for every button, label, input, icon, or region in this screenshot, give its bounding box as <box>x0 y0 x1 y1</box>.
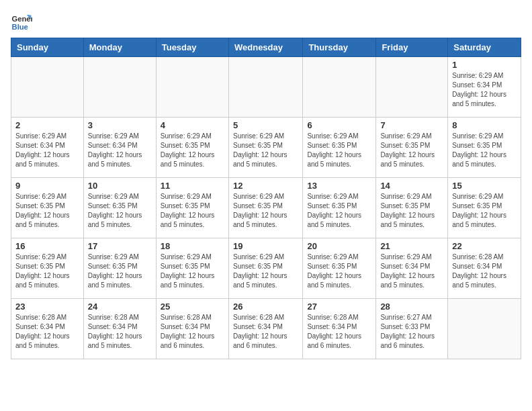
day-number: 1 <box>452 60 517 70</box>
week-row-3: 9Sunrise: 6:29 AM Sunset: 6:35 PM Daylig… <box>11 178 521 238</box>
day-info: Sunrise: 6:29 AM Sunset: 6:35 PM Dayligh… <box>380 192 443 230</box>
calendar-cell: 25Sunrise: 6:28 AM Sunset: 6:34 PM Dayli… <box>156 299 228 359</box>
day-info: Sunrise: 6:29 AM Sunset: 6:35 PM Dayligh… <box>161 132 224 169</box>
calendar-cell: 26Sunrise: 6:28 AM Sunset: 6:34 PM Dayli… <box>228 299 302 359</box>
week-row-2: 2Sunrise: 6:29 AM Sunset: 6:34 PM Daylig… <box>11 118 521 178</box>
day-number: 24 <box>88 302 152 312</box>
day-number: 21 <box>380 241 443 251</box>
calendar-cell <box>448 299 521 359</box>
day-info: Sunrise: 6:29 AM Sunset: 6:35 PM Dayligh… <box>161 253 224 290</box>
day-header-thursday: Thursday <box>303 38 376 57</box>
day-info: Sunrise: 6:29 AM Sunset: 6:34 PM Dayligh… <box>15 132 79 169</box>
calendar-cell: 16Sunrise: 6:29 AM Sunset: 6:35 PM Dayli… <box>11 238 84 299</box>
calendar-cell: 22Sunrise: 6:28 AM Sunset: 6:34 PM Dayli… <box>448 238 521 299</box>
day-info: Sunrise: 6:29 AM Sunset: 6:35 PM Dayligh… <box>233 253 298 290</box>
calendar-cell: 7Sunrise: 6:29 AM Sunset: 6:35 PM Daylig… <box>376 118 448 178</box>
svg-text:Blue: Blue <box>12 23 28 31</box>
calendar-header-row: SundayMondayTuesdayWednesdayThursdayFrid… <box>11 38 521 57</box>
page-header: General Blue <box>11 11 521 32</box>
day-number: 14 <box>380 181 443 191</box>
logo-icon: General Blue <box>11 11 32 32</box>
day-number: 23 <box>15 302 79 312</box>
logo: General Blue <box>11 11 35 32</box>
day-header-monday: Monday <box>83 38 156 57</box>
day-number: 11 <box>161 181 224 191</box>
week-row-4: 16Sunrise: 6:29 AM Sunset: 6:35 PM Dayli… <box>11 238 521 299</box>
calendar-cell: 10Sunrise: 6:29 AM Sunset: 6:35 PM Dayli… <box>83 178 156 238</box>
day-info: Sunrise: 6:28 AM Sunset: 6:34 PM Dayligh… <box>307 313 371 351</box>
day-header-saturday: Saturday <box>448 38 521 57</box>
day-info: Sunrise: 6:29 AM Sunset: 6:35 PM Dayligh… <box>307 253 371 290</box>
day-info: Sunrise: 6:29 AM Sunset: 6:34 PM Dayligh… <box>380 253 443 290</box>
calendar-cell: 27Sunrise: 6:28 AM Sunset: 6:34 PM Dayli… <box>303 299 376 359</box>
calendar-cell: 6Sunrise: 6:29 AM Sunset: 6:35 PM Daylig… <box>303 118 376 178</box>
day-number: 7 <box>380 120 443 130</box>
calendar-cell: 13Sunrise: 6:29 AM Sunset: 6:35 PM Dayli… <box>303 178 376 238</box>
day-info: Sunrise: 6:29 AM Sunset: 6:35 PM Dayligh… <box>307 132 371 169</box>
day-info: Sunrise: 6:28 AM Sunset: 6:34 PM Dayligh… <box>161 313 224 351</box>
calendar-cell: 18Sunrise: 6:29 AM Sunset: 6:35 PM Dayli… <box>156 238 228 299</box>
calendar-cell: 9Sunrise: 6:29 AM Sunset: 6:35 PM Daylig… <box>11 178 84 238</box>
calendar-cell: 12Sunrise: 6:29 AM Sunset: 6:35 PM Dayli… <box>228 178 302 238</box>
calendar-cell: 3Sunrise: 6:29 AM Sunset: 6:34 PM Daylig… <box>83 118 156 178</box>
day-header-friday: Friday <box>376 38 448 57</box>
day-info: Sunrise: 6:29 AM Sunset: 6:34 PM Dayligh… <box>452 71 517 109</box>
day-info: Sunrise: 6:28 AM Sunset: 6:34 PM Dayligh… <box>452 253 517 290</box>
week-row-1: 1Sunrise: 6:29 AM Sunset: 6:34 PM Daylig… <box>11 57 521 118</box>
day-info: Sunrise: 6:29 AM Sunset: 6:34 PM Dayligh… <box>88 132 152 169</box>
calendar-cell: 23Sunrise: 6:28 AM Sunset: 6:34 PM Dayli… <box>11 299 84 359</box>
calendar-cell: 17Sunrise: 6:29 AM Sunset: 6:35 PM Dayli… <box>83 238 156 299</box>
calendar-cell <box>11 57 84 118</box>
day-info: Sunrise: 6:29 AM Sunset: 6:35 PM Dayligh… <box>88 192 152 230</box>
day-info: Sunrise: 6:29 AM Sunset: 6:35 PM Dayligh… <box>161 192 224 230</box>
calendar-cell: 28Sunrise: 6:27 AM Sunset: 6:33 PM Dayli… <box>376 299 448 359</box>
calendar-cell: 15Sunrise: 6:29 AM Sunset: 6:35 PM Dayli… <box>448 178 521 238</box>
calendar-cell: 21Sunrise: 6:29 AM Sunset: 6:34 PM Dayli… <box>376 238 448 299</box>
day-info: Sunrise: 6:28 AM Sunset: 6:34 PM Dayligh… <box>88 313 152 351</box>
calendar-cell: 1Sunrise: 6:29 AM Sunset: 6:34 PM Daylig… <box>448 57 521 118</box>
day-info: Sunrise: 6:29 AM Sunset: 6:35 PM Dayligh… <box>452 132 517 169</box>
day-info: Sunrise: 6:29 AM Sunset: 6:35 PM Dayligh… <box>233 132 298 169</box>
day-number: 25 <box>161 302 224 312</box>
day-info: Sunrise: 6:29 AM Sunset: 6:35 PM Dayligh… <box>88 253 152 290</box>
day-info: Sunrise: 6:29 AM Sunset: 6:35 PM Dayligh… <box>15 192 79 230</box>
calendar-cell <box>156 57 228 118</box>
day-number: 5 <box>233 120 298 130</box>
day-number: 27 <box>307 302 371 312</box>
day-info: Sunrise: 6:28 AM Sunset: 6:34 PM Dayligh… <box>233 313 298 351</box>
day-number: 3 <box>88 120 152 130</box>
calendar-cell: 24Sunrise: 6:28 AM Sunset: 6:34 PM Dayli… <box>83 299 156 359</box>
calendar-cell <box>376 57 448 118</box>
day-info: Sunrise: 6:29 AM Sunset: 6:35 PM Dayligh… <box>452 192 517 230</box>
day-header-sunday: Sunday <box>11 38 84 57</box>
day-info: Sunrise: 6:29 AM Sunset: 6:35 PM Dayligh… <box>15 253 79 290</box>
day-info: Sunrise: 6:28 AM Sunset: 6:34 PM Dayligh… <box>15 313 79 351</box>
day-info: Sunrise: 6:29 AM Sunset: 6:35 PM Dayligh… <box>307 192 371 230</box>
day-header-tuesday: Tuesday <box>156 38 228 57</box>
day-number: 2 <box>15 120 79 130</box>
calendar-cell: 19Sunrise: 6:29 AM Sunset: 6:35 PM Dayli… <box>228 238 302 299</box>
calendar-cell: 11Sunrise: 6:29 AM Sunset: 6:35 PM Dayli… <box>156 178 228 238</box>
day-number: 20 <box>307 241 371 251</box>
day-number: 13 <box>307 181 371 191</box>
day-number: 8 <box>452 120 517 130</box>
calendar-cell: 20Sunrise: 6:29 AM Sunset: 6:35 PM Dayli… <box>303 238 376 299</box>
day-number: 19 <box>233 241 298 251</box>
calendar-cell: 4Sunrise: 6:29 AM Sunset: 6:35 PM Daylig… <box>156 118 228 178</box>
day-info: Sunrise: 6:27 AM Sunset: 6:33 PM Dayligh… <box>380 313 443 351</box>
calendar-cell: 5Sunrise: 6:29 AM Sunset: 6:35 PM Daylig… <box>228 118 302 178</box>
calendar-cell <box>83 57 156 118</box>
day-number: 18 <box>161 241 224 251</box>
calendar-cell: 8Sunrise: 6:29 AM Sunset: 6:35 PM Daylig… <box>448 118 521 178</box>
day-number: 9 <box>15 181 79 191</box>
day-number: 6 <box>307 120 371 130</box>
day-number: 4 <box>161 120 224 130</box>
day-info: Sunrise: 6:29 AM Sunset: 6:35 PM Dayligh… <box>233 192 298 230</box>
calendar-table: SundayMondayTuesdayWednesdayThursdayFrid… <box>11 38 521 359</box>
calendar-cell: 14Sunrise: 6:29 AM Sunset: 6:35 PM Dayli… <box>376 178 448 238</box>
day-number: 17 <box>88 241 152 251</box>
day-number: 10 <box>88 181 152 191</box>
day-number: 22 <box>452 241 517 251</box>
calendar-cell <box>228 57 302 118</box>
day-info: Sunrise: 6:29 AM Sunset: 6:35 PM Dayligh… <box>380 132 443 169</box>
